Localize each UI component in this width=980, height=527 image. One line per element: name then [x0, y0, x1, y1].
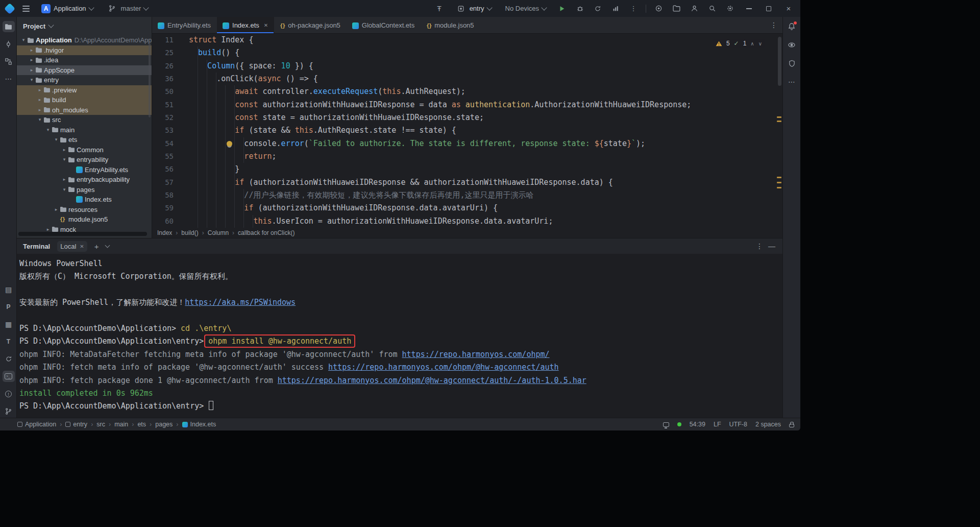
hide-panel-icon[interactable]: —: [768, 242, 775, 250]
device-file-browser-icon[interactable]: [671, 3, 682, 14]
notifications-bell-icon[interactable]: [786, 21, 798, 32]
status-path-item[interactable]: Index.ets: [182, 421, 216, 428]
commit-tool-icon[interactable]: [3, 38, 15, 50]
indent-setting[interactable]: 2 spaces: [755, 421, 781, 428]
settings-gear-icon[interactable]: [724, 3, 736, 14]
account-icon[interactable]: [689, 3, 700, 14]
terminal-tab-local[interactable]: Local ✕: [57, 241, 87, 252]
close-icon[interactable]: ✕: [80, 244, 84, 249]
chevron-down-icon[interactable]: ▾: [28, 75, 35, 85]
chevron-right-icon[interactable]: ▸: [36, 105, 43, 115]
intention-bulb-icon[interactable]: [227, 141, 232, 147]
tree-item-src[interactable]: ▾src: [17, 115, 152, 125]
status-path-item[interactable]: pages: [155, 421, 173, 428]
status-path-item[interactable]: src: [96, 421, 105, 428]
more-tools-icon[interactable]: ⋯: [3, 73, 15, 84]
inspections-widget[interactable]: 5 ✓ 1 ∧ ∨: [713, 39, 765, 48]
tree-item-oh_modules[interactable]: ▸oh_modules: [17, 105, 152, 115]
restart-button[interactable]: [592, 3, 603, 14]
tree-item-ets[interactable]: ▾ets: [17, 135, 152, 145]
run-button[interactable]: [556, 3, 568, 14]
vertical-scrollbar[interactable]: [149, 43, 151, 117]
breadcrumb-item[interactable]: build(): [181, 229, 198, 236]
project-tool-icon[interactable]: [3, 21, 15, 32]
chevron-right-icon[interactable]: ▸: [28, 45, 35, 56]
tree-item-EntryAbility.ets[interactable]: EntryAbility.ets: [17, 165, 152, 175]
status-path-item[interactable]: ets: [137, 421, 146, 428]
chevron-down-icon[interactable]: ▾: [61, 185, 68, 195]
dependencies-tool-icon[interactable]: P: [3, 301, 15, 313]
lock-icon[interactable]: [789, 424, 794, 427]
project-selector[interactable]: A Application: [38, 3, 97, 15]
tree-item-AppScope[interactable]: ▸AppScope: [17, 65, 152, 76]
chevron-down-icon[interactable]: ▾: [20, 35, 27, 45]
chevron-down-icon[interactable]: ▾: [53, 135, 60, 145]
main-menu-icon[interactable]: [20, 4, 32, 14]
chevron-down-icon[interactable]: ▾: [44, 125, 52, 135]
chevron-down-icon[interactable]: [105, 243, 110, 248]
close-icon[interactable]: ✕: [264, 22, 268, 28]
todo-tool-icon[interactable]: T: [3, 336, 15, 347]
codelinter-shield-icon[interactable]: [786, 58, 798, 69]
minimize-button[interactable]: [742, 3, 755, 14]
tab-oh-package.json5[interactable]: {}oh-package.json5: [274, 17, 347, 33]
file-encoding[interactable]: UTF-8: [729, 421, 747, 428]
tree-item-Index.ets[interactable]: Index.ets: [17, 195, 152, 205]
terminal-link[interactable]: https://aka.ms/PSWindows: [185, 298, 296, 307]
terminal-link[interactable]: https://repo.harmonyos.com/ohpm/@hw-agco…: [328, 363, 559, 372]
device-status-icon[interactable]: [663, 422, 669, 427]
services-tool-icon[interactable]: [3, 353, 15, 365]
editor-scrollbar[interactable]: [778, 37, 781, 86]
tree-item-entryability[interactable]: ▾entryability: [17, 155, 152, 165]
breadcrumb-item[interactable]: callback for onClick(): [238, 229, 295, 236]
tree-item-build[interactable]: ▸build: [17, 95, 152, 105]
chevron-right-icon[interactable]: ▸: [53, 205, 60, 215]
chevron-right-icon[interactable]: ▸: [36, 85, 43, 95]
line-separator[interactable]: LF: [714, 421, 721, 428]
tab-options-icon[interactable]: ⋮: [770, 21, 777, 29]
new-terminal-icon[interactable]: +: [94, 242, 99, 251]
chevron-right-icon[interactable]: ▸: [28, 65, 35, 76]
tree-item-pages[interactable]: ▾pages: [17, 185, 152, 195]
tab-Index.ets[interactable]: Index.ets✕: [217, 17, 274, 33]
tree-item-module.json5[interactable]: {}module.json5: [17, 214, 152, 225]
tree-item-resources[interactable]: ▸resources: [17, 205, 152, 215]
run-config-selector[interactable]: entry: [452, 2, 495, 16]
next-issue-icon[interactable]: ∨: [758, 41, 762, 46]
previewer-eye-icon[interactable]: [786, 39, 798, 51]
chevron-right-icon[interactable]: ▸: [61, 145, 68, 155]
tree-item-.hvigor[interactable]: ▸.hvigor: [17, 45, 152, 56]
status-path-item[interactable]: entry: [65, 421, 87, 428]
breadcrumb-item[interactable]: Index: [157, 229, 172, 236]
maximize-button[interactable]: [762, 3, 775, 14]
profiler-button[interactable]: [610, 3, 621, 14]
search-icon[interactable]: [706, 3, 718, 14]
tree-item-.idea[interactable]: ▸.idea: [17, 55, 152, 65]
project-panel-header[interactable]: Project: [17, 17, 152, 35]
vcs-tool-icon[interactable]: [3, 405, 15, 417]
close-button[interactable]: ×: [782, 3, 795, 14]
chevron-down-icon[interactable]: ▾: [36, 115, 43, 125]
terminal-link[interactable]: https://repo.harmonyos.com/ohpm/@hw-agco…: [278, 376, 586, 385]
terminal-link[interactable]: https://repo.harmonyos.com/ohpm/: [402, 350, 550, 359]
target-icon[interactable]: [653, 3, 664, 14]
terminal-options-icon[interactable]: ⋮: [756, 242, 763, 250]
debug-button[interactable]: [574, 3, 585, 14]
tab-EntryAbility.ets[interactable]: EntryAbility.ets: [152, 17, 217, 33]
terminal-output[interactable]: Windows PowerShell版权所有（C） Microsoft Corp…: [17, 254, 782, 413]
problems-tool-icon[interactable]: !: [3, 388, 15, 399]
tab-module.json5[interactable]: {}module.json5: [421, 17, 480, 33]
tree-item-main[interactable]: ▾main: [17, 125, 152, 135]
chevron-right-icon[interactable]: ▸: [61, 175, 68, 185]
tab-GlobalContext.ets[interactable]: GlobalContext.ets: [347, 17, 421, 33]
tree-item-Application[interactable]: ▾ApplicationD:\App\AccountDemo\Applicati…: [17, 35, 152, 45]
branch-selector[interactable]: master: [103, 2, 152, 16]
tree-item-entrybackupability[interactable]: ▸entrybackupability: [17, 175, 152, 185]
cursor-position[interactable]: 54:39: [690, 421, 705, 428]
device-tool-icon[interactable]: Ŧ: [434, 3, 445, 14]
tree-item-Common[interactable]: ▸Common: [17, 145, 152, 155]
terminal-tool-icon[interactable]: >_: [3, 371, 15, 382]
prev-issue-icon[interactable]: ∧: [750, 41, 754, 46]
breadcrumb-item[interactable]: Column: [208, 229, 229, 236]
code-editor[interactable]: 11struct Index {25build() {26Column({ sp…: [152, 34, 782, 228]
